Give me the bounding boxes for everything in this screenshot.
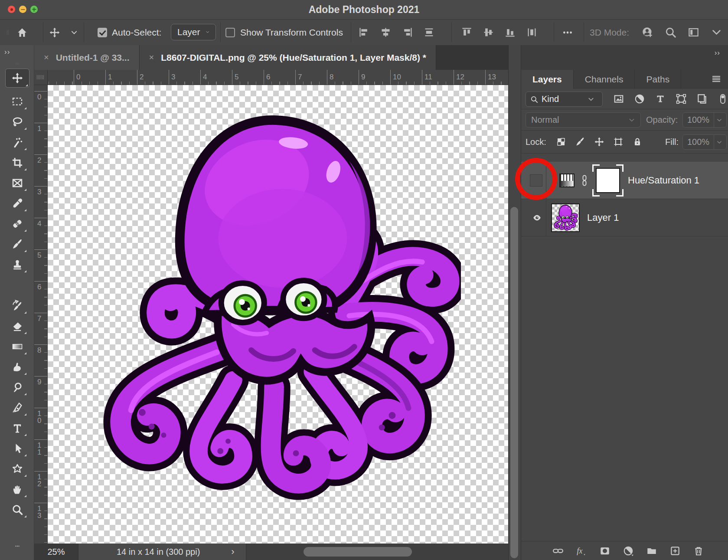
status-bar: 25% 14 in x 14 in (300 ppi) › — [34, 544, 508, 560]
lock-position-icon[interactable] — [594, 137, 604, 147]
pixel-layer-icon[interactable] — [613, 93, 624, 105]
type-tool[interactable] — [11, 422, 24, 435]
close-tab-icon[interactable]: × — [44, 52, 49, 62]
gradient-tool[interactable] — [11, 340, 24, 353]
tab-channels[interactable]: Channels — [574, 70, 635, 89]
delete-layer-icon[interactable] — [693, 545, 704, 557]
shape-tool[interactable] — [11, 462, 24, 475]
auto-select-checkbox[interactable] — [98, 28, 107, 37]
frame-tool[interactable] — [11, 177, 24, 190]
zoom-tool[interactable] — [11, 503, 24, 516]
healing-tool[interactable] — [11, 217, 24, 230]
show-transform-checkbox[interactable] — [225, 28, 235, 37]
move-tool[interactable] — [5, 69, 29, 88]
document-tab[interactable]: ×L8607-DIGITAL.png @ 25% (Hue/Saturation… — [140, 45, 436, 70]
window-title: Adobe Photoshop 2021 — [0, 0, 728, 19]
search-icon[interactable] — [665, 26, 676, 38]
align-top-icon[interactable] — [461, 26, 473, 38]
workspace-icon[interactable] — [688, 26, 699, 38]
align-bottom-icon[interactable] — [504, 26, 516, 38]
lock-transparency-icon[interactable] — [556, 137, 566, 147]
status-chevron[interactable]: › — [231, 546, 234, 557]
close-tab-icon[interactable]: × — [149, 52, 154, 62]
lock-artboard-icon[interactable] — [613, 137, 624, 147]
mask-link-icon[interactable] — [579, 171, 590, 190]
align-left-icon[interactable] — [358, 26, 370, 38]
lock-all-icon[interactable] — [632, 137, 643, 147]
shape-layer-icon[interactable] — [676, 93, 687, 105]
visibility-cell[interactable] — [521, 199, 546, 236]
fill-label: Fill: — [665, 131, 679, 154]
select-tool[interactable] — [11, 442, 24, 455]
blend-mode-dropdown[interactable]: Normal — [526, 112, 641, 128]
link-layers-icon[interactable] — [552, 545, 564, 557]
filter-kind-dropdown[interactable]: Kind — [526, 92, 603, 107]
layer-name[interactable]: Hue/Saturation 1 — [628, 162, 699, 199]
panel-collapse-chevrons[interactable]: ›› — [715, 49, 720, 57]
opacity-field[interactable]: 100% — [682, 112, 727, 128]
layer-mask-thumbnail[interactable] — [592, 164, 624, 196]
pen-tool[interactable] — [11, 401, 24, 414]
document-canvas[interactable] — [48, 85, 508, 544]
eraser-tool[interactable] — [11, 320, 24, 333]
tools-grip-icon[interactable] — [10, 62, 25, 66]
document-tab[interactable]: ×Untitled-1 @ 33... — [34, 45, 140, 70]
document-info[interactable]: 14 in x 14 in (300 ppi) › — [78, 544, 246, 560]
smart-object-icon[interactable] — [696, 93, 708, 105]
ruler-mark: 13 — [485, 70, 486, 85]
tool-preset-chevron-icon[interactable] — [70, 29, 78, 36]
lasso-tool[interactable] — [11, 115, 24, 128]
fill-field[interactable]: 100% — [682, 134, 727, 150]
history-tool[interactable] — [11, 299, 24, 312]
vertical-scrollbar-thumb[interactable] — [510, 207, 518, 558]
tools-overflow-icon[interactable] — [10, 544, 24, 549]
ruler-mark: 12 — [34, 471, 48, 472]
brush-tool[interactable] — [11, 238, 24, 251]
eye-icon[interactable] — [531, 213, 543, 222]
distribute-h-icon[interactable] — [423, 26, 435, 38]
dodge-tool[interactable] — [11, 381, 24, 394]
add-mask-icon[interactable] — [599, 545, 610, 557]
layer-row-layer-1[interactable]: Layer 1 — [521, 199, 728, 236]
align-middle-v-icon[interactable] — [483, 26, 494, 38]
distribute-v-icon[interactable] — [526, 26, 538, 38]
tools-expand-chevrons[interactable]: ›› — [4, 48, 10, 56]
adjustment-layer-icon[interactable] — [634, 93, 645, 105]
tab-layers[interactable]: Layers — [521, 70, 574, 89]
hand-tool[interactable] — [11, 483, 24, 496]
horizontal-ruler[interactable]: 012345678910111213 — [48, 70, 508, 85]
marquee-tool[interactable] — [11, 95, 24, 108]
tab-paths[interactable]: Paths — [635, 70, 681, 89]
chevron-icon[interactable] — [711, 26, 722, 38]
document-tab-label: L8607-DIGITAL.png @ 25% (Hue/Saturation … — [161, 52, 426, 63]
filter-switch-icon[interactable] — [717, 93, 728, 105]
smudge-tool[interactable] — [11, 360, 24, 373]
new-adjustment-icon[interactable] — [623, 545, 634, 557]
more-options-icon[interactable] — [562, 27, 573, 38]
stamp-tool[interactable] — [11, 258, 24, 271]
type-layer-icon[interactable] — [655, 93, 666, 105]
layer-name[interactable]: Layer 1 — [587, 199, 619, 236]
horizontal-scrollbar-thumb[interactable] — [304, 547, 412, 557]
new-layer-icon[interactable] — [669, 545, 681, 557]
account-add-icon[interactable] — [642, 26, 653, 38]
ruler-mark: 7 — [295, 70, 296, 85]
align-center-h-icon[interactable] — [380, 26, 392, 38]
layer-thumbnail[interactable] — [551, 203, 580, 232]
new-group-icon[interactable] — [646, 545, 657, 557]
adjustment-layer-thumbnail[interactable] — [559, 174, 575, 187]
wand-tool[interactable] — [11, 136, 24, 149]
move-tool-preset-icon[interactable] — [49, 27, 60, 38]
zoom-level[interactable]: 25% — [34, 544, 78, 560]
vertical-ruler[interactable]: 012345678910111213 — [34, 85, 48, 544]
ruler-corner[interactable] — [34, 70, 48, 85]
crop-tool[interactable] — [11, 156, 24, 169]
lock-pixels-icon[interactable] — [575, 137, 585, 147]
panel-menu-icon[interactable] — [711, 74, 722, 84]
home-icon[interactable] — [16, 27, 28, 38]
auto-select-target-dropdown[interactable]: Layer — [171, 24, 216, 40]
options-grip-icon[interactable] — [6, 27, 12, 38]
eyedropper-tool[interactable] — [11, 197, 24, 210]
layer-effects-icon[interactable]: fx — [576, 545, 587, 557]
align-right-icon[interactable] — [402, 26, 413, 38]
